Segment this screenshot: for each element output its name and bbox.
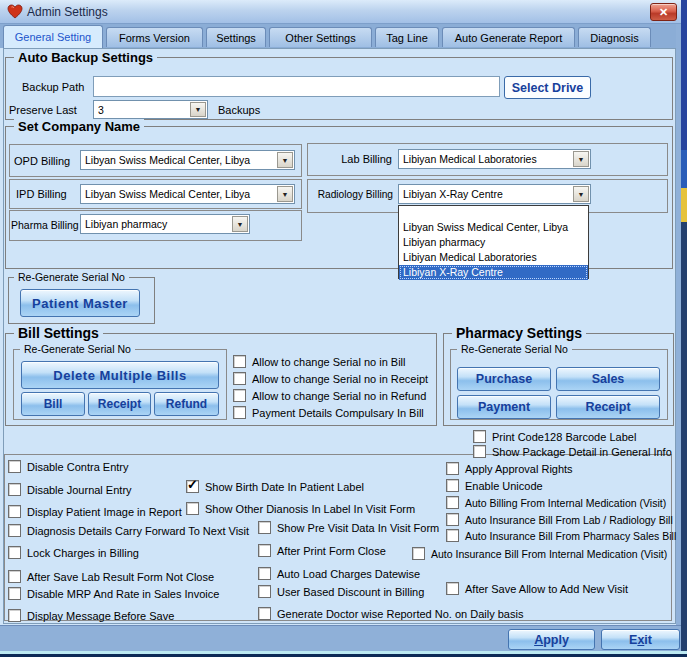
checkbox-box[interactable] [446, 513, 459, 526]
checkbox-show-package-detail[interactable]: Show Package Detail in General Info [473, 445, 672, 458]
radiology-billing-select[interactable]: Libiyan X-Ray Centre ▼ [398, 184, 591, 204]
chevron-down-icon[interactable]: ▼ [277, 186, 293, 202]
checkbox-box[interactable] [8, 524, 21, 537]
checkbox-disable-journal-entry[interactable]: Disable Journal Entry [8, 483, 132, 496]
pharmacy-receipt-button[interactable]: Receipt [556, 395, 660, 419]
checkbox-box[interactable] [473, 445, 486, 458]
checkbox-auto-billing-internal-medication[interactable]: Auto Billing From Internal Medication (V… [446, 496, 666, 509]
checkbox-box[interactable] [186, 480, 199, 493]
tab-diagnosis[interactable]: Diagnosis [578, 27, 651, 47]
checkbox-after-print-form-close[interactable]: After Print Form Close [258, 544, 386, 557]
close-button[interactable]: ✕ [650, 3, 677, 21]
ipd-billing-select[interactable]: Libyan Swiss Medical Center, Libya ▼ [80, 184, 295, 204]
backup-path-input[interactable] [93, 76, 500, 97]
checkbox-generate-doctor-wise-no[interactable]: Generate Doctor wise Reported No. on Dai… [258, 607, 523, 620]
checkbox-box[interactable] [233, 406, 246, 419]
checkbox-after-save-allow-add-new-visit[interactable]: After Save Allow to Add New Visit [446, 582, 628, 595]
tab-forms-version[interactable]: Forms Version [106, 27, 203, 47]
chevron-down-icon[interactable]: ▼ [190, 102, 206, 117]
checkbox-box[interactable] [8, 460, 21, 473]
checkbox-display-patient-image[interactable]: Display Patient Image in Report [8, 505, 182, 518]
exit-button[interactable]: Exit [601, 629, 680, 650]
chevron-down-icon[interactable]: ▼ [573, 151, 589, 167]
checkbox-auto-load-charges[interactable]: Auto Load Charges Datewise [258, 567, 420, 580]
checkbox-show-other-dianosis[interactable]: Show Other Dianosis In Label In Visit Fo… [186, 502, 415, 515]
checkbox-auto-insurance-pharmacy-sales[interactable]: Auto Insurance Bill From Pharmacy Sales … [446, 529, 676, 542]
pharma-billing-select[interactable]: Libiyan pharmacy ▼ [80, 214, 250, 234]
purchase-button[interactable]: Purchase [457, 367, 551, 391]
tab-general-setting[interactable]: General Setting [3, 25, 103, 48]
dropdown-item[interactable]: Libiyan Medical Laboratories [399, 250, 588, 265]
dropdown-item[interactable]: Libiyan pharmacy [399, 235, 588, 250]
checkbox-box[interactable] [8, 609, 21, 622]
checkbox-box[interactable] [446, 462, 459, 475]
dropdown-item[interactable]: Libyan Swiss Medical Center, Libya [399, 220, 588, 235]
checkbox-box[interactable] [8, 483, 21, 496]
checkbox-box[interactable] [258, 567, 271, 580]
exit-label-underline: x [637, 633, 644, 647]
checkbox-enable-unicode[interactable]: Enable Unicode [446, 479, 543, 492]
checkbox-box[interactable] [233, 355, 246, 368]
checkbox-box[interactable] [233, 372, 246, 385]
checkbox-user-based-discount[interactable]: User Based Discount in Billing [258, 585, 424, 598]
dropdown-item[interactable] [399, 206, 588, 220]
checkbox-show-pre-visit-data[interactable]: Show Pre Visit Data In Visit Form [258, 521, 439, 534]
apply-button[interactable]: Apply [508, 629, 595, 650]
checkbox-box[interactable] [8, 587, 21, 600]
tab-auto-generate-report[interactable]: Auto Generate Report [442, 27, 575, 47]
patient-master-button[interactable]: Patient Master [20, 289, 140, 317]
refund-button[interactable]: Refund [154, 392, 219, 416]
checkbox-auto-insurance-internal-medication[interactable]: Auto Insurance Bill From Internal Medica… [412, 547, 667, 560]
chevron-down-icon[interactable]: ▼ [573, 186, 589, 202]
checkbox-box[interactable] [412, 547, 425, 560]
background-window-sliver [681, 222, 687, 657]
select-drive-button[interactable]: Select Drive [504, 76, 591, 99]
checkbox-auto-insurance-lab-radiology[interactable]: Auto Insurance Bill From Lab / Radiology… [446, 513, 673, 526]
checkbox-box[interactable] [258, 544, 271, 557]
checkbox-label: Auto Billing From Internal Medication (V… [465, 497, 666, 509]
sales-button[interactable]: Sales [556, 367, 660, 391]
delete-multiple-bills-button[interactable]: Delete Multiple Bills [21, 361, 219, 389]
checkbox-box[interactable] [258, 607, 271, 620]
checkbox-box[interactable] [8, 505, 21, 518]
checkbox-apply-approval-rights[interactable]: Apply Approval Rights [446, 462, 573, 475]
checkbox-display-message-before-save[interactable]: Display Message Before Save [8, 609, 174, 622]
receipt-button[interactable]: Receipt [88, 392, 151, 416]
checkbox-box[interactable] [473, 430, 486, 443]
checkbox-box[interactable] [8, 546, 21, 559]
checkbox-box[interactable] [186, 502, 199, 515]
checkbox-disable-contra-entry[interactable]: Disable Contra Entry [8, 460, 129, 473]
tab-settings[interactable]: Settings [206, 27, 266, 47]
checkbox-diagnosis-carry-forward[interactable]: Diagnosis Details Carry Forward To Next … [8, 524, 249, 537]
chevron-down-icon[interactable]: ▼ [232, 216, 248, 232]
payment-button[interactable]: Payment [457, 395, 551, 419]
checkbox-box[interactable] [446, 529, 459, 542]
group-title: Pharmacy Settings [452, 325, 586, 341]
checkbox-allow-change-serial-refund[interactable]: Allow to change Serial no in Refund [233, 389, 426, 402]
checkbox-print-code128-barcode-label[interactable]: Print Code128 Barcode Label [473, 430, 636, 443]
chevron-down-icon[interactable]: ▼ [277, 152, 293, 168]
tab-tag-line[interactable]: Tag Line [375, 27, 439, 47]
preserve-last-value: 3 [98, 104, 189, 116]
checkbox-payment-details-compulsary[interactable]: Payment Details Compulsary In Bill [233, 406, 424, 419]
preserve-last-select[interactable]: 3 ▼ [93, 100, 208, 119]
checkbox-allow-change-serial-receipt[interactable]: Allow to change Serial no in Receipt [233, 372, 428, 385]
checkbox-box[interactable] [258, 585, 271, 598]
checkbox-allow-change-serial-bill[interactable]: Allow to change Serial no in Bill [233, 355, 405, 368]
tab-other-settings[interactable]: Other Settings [269, 27, 372, 47]
checkbox-disable-mrp-rate[interactable]: Disable MRP And Rate in Sales Invoice [8, 587, 219, 600]
checkbox-box[interactable] [8, 570, 21, 583]
checkbox-box[interactable] [446, 582, 459, 595]
checkbox-show-birth-date[interactable]: Show Birth Date In Patient Label [186, 480, 364, 493]
checkbox-box[interactable] [233, 389, 246, 402]
checkbox-box[interactable] [446, 496, 459, 509]
bill-button[interactable]: Bill [21, 392, 85, 416]
lab-billing-select[interactable]: Libiyan Medical Laboratories ▼ [398, 149, 591, 169]
checkbox-after-save-lab-result[interactable]: After Save Lab Result Form Not Close [8, 570, 214, 583]
opd-billing-select[interactable]: Libyan Swiss Medical Center, Libya ▼ [80, 150, 295, 170]
dropdown-item-selected[interactable]: Libiyan X-Ray Centre [399, 265, 588, 280]
checkbox-box[interactable] [446, 479, 459, 492]
checkbox-box[interactable] [258, 521, 271, 534]
pharma-billing-value: Libiyan pharmacy [85, 218, 231, 230]
checkbox-lock-charges-billing[interactable]: Lock Charges in Billing [8, 546, 139, 559]
